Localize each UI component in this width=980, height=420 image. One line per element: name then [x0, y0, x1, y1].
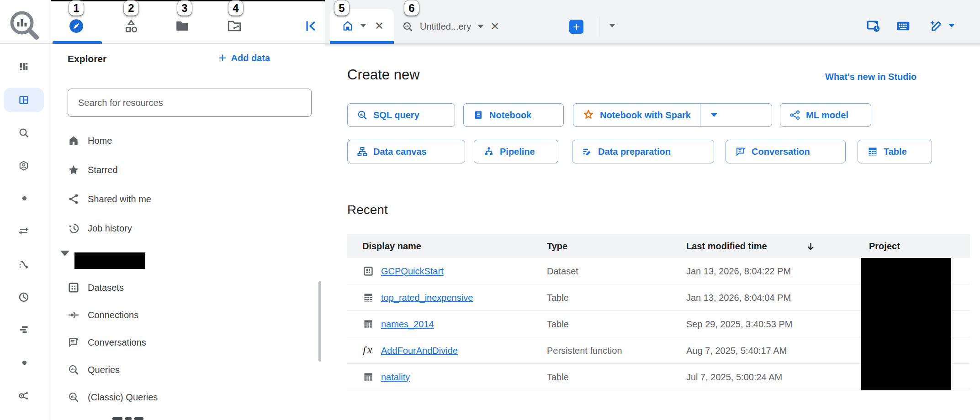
resources-shapes-tab-icon[interactable] [123, 18, 139, 34]
studio-boards-icon[interactable] [18, 61, 29, 72]
data-preparation-button[interactable]: Data preparation [572, 140, 714, 163]
scheduling-icon[interactable] [18, 259, 29, 270]
spark-star-icon [583, 109, 594, 121]
recent-item-type: Table [547, 364, 569, 390]
column-header-type[interactable]: Type [547, 234, 567, 258]
home-tab-icon[interactable] [342, 20, 354, 32]
governance-icon[interactable] [18, 160, 29, 171]
button-label: ML model [806, 110, 848, 121]
explorer-item-shared-with-me[interactable]: Shared with me [68, 189, 151, 210]
home-tab-close-icon[interactable]: ✕ [375, 21, 384, 31]
panel-layout-icon[interactable] [18, 94, 29, 105]
keyboard-icon[interactable] [896, 19, 911, 33]
button-label: Notebook with Spark [600, 110, 691, 121]
explorer-item-datasets[interactable]: Datasets [68, 277, 124, 298]
add-data-label: Add data [231, 53, 270, 63]
tab-menu-caret-icon[interactable] [477, 25, 484, 28]
recent-item-link[interactable]: GCPQuickStart [381, 266, 444, 277]
conversation-icon [68, 336, 79, 348]
recent-tabs-icon[interactable] [866, 19, 881, 33]
table-icon [867, 146, 878, 157]
explorer-search-input[interactable] [68, 89, 312, 117]
pipeline-button[interactable]: Pipeline [474, 140, 558, 163]
tab-list-caret-icon[interactable] [609, 24, 615, 27]
explorer-item-label: Conversations [88, 337, 146, 348]
callout-badge-6: 6 [404, 0, 419, 16]
recent-heading: Recent [347, 203, 388, 217]
explorer-compass-tab-icon[interactable] [69, 18, 84, 34]
button-label: Conversation [752, 147, 810, 157]
notebook-with-spark-button[interactable]: Notebook with Spark [573, 104, 700, 126]
button-label: SQL query [373, 110, 419, 121]
notebook-with-spark-dropdown[interactable] [700, 104, 728, 126]
table-icon [363, 292, 374, 303]
history-icon [68, 222, 79, 234]
explorer-item-queries[interactable]: Queries [68, 359, 120, 380]
explorer-item-label: Starred [88, 165, 118, 175]
explorer-item-starred[interactable]: Starred [68, 159, 118, 180]
recent-item-modified: Aug 7, 2025, 5:40:17 AM [686, 337, 787, 364]
explorer-item-classic-queries[interactable]: (Classic) Queries [68, 387, 158, 408]
explorer-item-home[interactable]: Home [68, 130, 112, 151]
dot-icon[interactable] [22, 196, 26, 200]
callout-badge-5: 5 [334, 0, 349, 16]
column-header-project[interactable]: Project [869, 234, 900, 258]
conversation-icon [735, 146, 746, 157]
callout-badge-4: 4 [228, 0, 243, 16]
column-header-last-modified[interactable]: Last modified time [686, 234, 767, 258]
project-expand-caret-icon[interactable] [60, 251, 69, 256]
redacted-project-name[interactable] [74, 252, 145, 269]
star-icon [68, 164, 79, 176]
bigquery-icon [68, 391, 79, 403]
button-label: Data canvas [373, 147, 427, 157]
home-tab-menu-caret-icon[interactable] [360, 24, 366, 27]
ml-model-button[interactable]: ML model [780, 103, 871, 127]
connection-icon [68, 309, 79, 321]
explorer-item-conversations[interactable]: Conversations [68, 332, 146, 353]
transfers-icon[interactable] [18, 226, 29, 236]
tab-bar-divider [599, 16, 599, 37]
notebook-button[interactable]: Notebook [463, 103, 564, 127]
whats-new-link[interactable]: What's new in Studio [825, 72, 916, 82]
recent-item-link[interactable]: names_2014 [381, 319, 434, 330]
button-label: Data preparation [598, 147, 671, 157]
recent-item-link[interactable]: natality [381, 372, 410, 383]
recent-item-link[interactable]: top_rated_inexpensive [381, 293, 473, 303]
lineage-icon[interactable] [18, 390, 29, 401]
column-header-display-name[interactable]: Display name [362, 234, 421, 258]
sort-descending-arrow-icon[interactable] [805, 241, 816, 252]
sql-query-button[interactable]: SQL query [347, 103, 455, 127]
table-button[interactable]: Table [858, 140, 932, 163]
recent-item-modified: Jul 7, 2025, 5:00:24 AM [686, 364, 782, 390]
data-canvas-button[interactable]: Data canvas [347, 140, 465, 163]
left-icon-rail [0, 0, 51, 420]
explorer-scrollbar[interactable] [318, 281, 321, 362]
create-new-heading: Create new [347, 67, 420, 83]
folder-tab-icon[interactable] [175, 18, 190, 34]
table-icon [363, 319, 374, 330]
gemini-pen-icon[interactable] [929, 19, 943, 33]
history-clock-icon[interactable] [18, 292, 29, 303]
untitled-query-tab[interactable]: Untitled...ery ✕ [402, 9, 539, 44]
bigquery-logo-icon[interactable] [8, 9, 40, 41]
recent-item-link[interactable]: AddFourAndDivide [381, 346, 458, 356]
add-data-button[interactable]: + Add data [218, 52, 270, 64]
explorer-item-job-history[interactable]: Job history [68, 218, 132, 239]
data-canvas-icon [357, 146, 368, 157]
explorer-item-label: Shared with me [88, 194, 151, 205]
explorer-item-label: Connections [88, 310, 138, 320]
explorer-item-connections[interactable]: Connections [68, 304, 138, 326]
tab-close-icon[interactable]: ✕ [490, 21, 499, 32]
button-label: Table [884, 147, 907, 157]
dot-icon[interactable] [22, 361, 26, 365]
button-label: Pipeline [500, 147, 535, 157]
collapse-panel-icon[interactable] [303, 19, 317, 33]
recent-item-modified: Jan 13, 2026, 8:04:22 PM [686, 258, 791, 284]
gemini-menu-caret-icon[interactable] [948, 24, 955, 27]
capacity-icon[interactable] [18, 324, 29, 335]
table-icon [363, 372, 374, 383]
search-icon[interactable] [18, 127, 29, 138]
new-tab-button[interactable]: + [569, 20, 583, 34]
folder-pipeline-tab-icon[interactable] [227, 18, 242, 34]
conversation-button[interactable]: Conversation [726, 140, 846, 163]
